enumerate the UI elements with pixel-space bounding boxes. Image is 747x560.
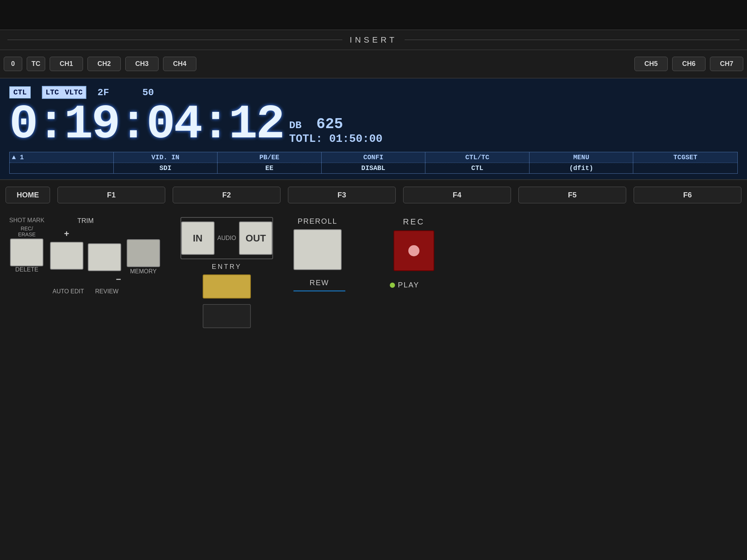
lcd-menu-top-0: ▲ 1 <box>10 152 113 163</box>
entry-label: ENTRY <box>212 263 242 271</box>
left-section: SHOT MARK REC/ ERASE DELETE TRIM + <box>9 217 160 350</box>
rew-underline <box>293 290 345 291</box>
lcd-tag-vltc: VLTC <box>62 87 86 98</box>
insert-bar: INSERT <box>0 30 747 50</box>
preroll-button[interactable] <box>293 229 342 270</box>
center-section: IN AUDIO OUT ENTRY <box>175 217 279 350</box>
memory-label: MEMORY <box>130 268 157 275</box>
lcd-menu-top-2: PB/EE <box>218 152 321 163</box>
rec-section-label: REC <box>403 217 425 227</box>
ch-btn-4[interactable]: CH4 <box>163 57 196 71</box>
lcd-tag-ctl: CTL <box>9 86 31 99</box>
ch-btn-5[interactable]: CH5 <box>634 57 668 71</box>
lcd-menu-cell-6: TCGSET <box>633 152 737 173</box>
f2-button[interactable]: F2 <box>173 187 280 203</box>
lcd-menu-bot-5: (dfit) <box>529 163 633 173</box>
lcd-menu-bot-2: EE <box>218 163 321 173</box>
lcd-2f: 2F <box>97 87 109 98</box>
memory-button[interactable] <box>127 239 160 267</box>
shot-mark-label: SHOT MARK <box>9 217 44 224</box>
ch-btn-0[interactable]: 0 <box>4 57 22 71</box>
lcd-display: CTL LTC VLTC 2F 50 0:19:04:12 DB 625 TOT… <box>0 78 747 180</box>
trim-plus-button[interactable] <box>50 242 83 270</box>
lcd-menu-cell-0: ▲ 1 <box>10 152 114 173</box>
lcd-menu-cell-4: CTL/TC CTL <box>425 152 529 173</box>
rew-label: REW <box>309 279 329 287</box>
function-row: HOME F1 F2 F3 F4 F5 F6 <box>0 180 747 210</box>
delete-label: DELETE <box>15 266 38 273</box>
right-section: PREROLL REC REW PLAY <box>293 217 738 350</box>
lcd-menu-top-1: VID. IN <box>114 152 218 163</box>
rec-erase-label2: ERASE <box>18 231 36 237</box>
review-label: REVIEW <box>95 288 119 295</box>
controls-area: SHOT MARK REC/ ERASE DELETE TRIM + <box>0 210 747 358</box>
entry-button[interactable] <box>203 274 251 299</box>
ch-btn-2[interactable]: CH2 <box>87 57 121 71</box>
out-button[interactable]: OUT <box>239 221 272 255</box>
preroll-label: PREROLL <box>298 217 337 226</box>
lcd-menu-top-5: MENU <box>529 152 633 163</box>
trim-label: TRIM <box>77 217 94 225</box>
entry-button-2[interactable] <box>203 304 251 328</box>
trim-minus-button[interactable] <box>88 243 121 271</box>
top-bar <box>0 0 747 30</box>
rec-indicator <box>408 245 419 256</box>
minus-label: − <box>116 274 121 284</box>
f6-button[interactable]: F6 <box>634 187 741 203</box>
lcd-tag-ltc-vltc: LTC VLTC <box>42 86 86 99</box>
insert-label: INSERT <box>350 35 397 45</box>
lcd-tag-ltc: LTC <box>43 87 62 98</box>
lcd-menu-cell-3: CONFI DISABL <box>322 152 426 173</box>
entry-box: IN AUDIO OUT <box>180 217 273 259</box>
lcd-totl: TOTL: 01:50:00 <box>289 133 382 145</box>
lcd-menu-bot-3: DISABL <box>322 163 425 173</box>
play-indicator <box>390 283 395 288</box>
in-button[interactable]: IN <box>181 221 215 255</box>
home-button[interactable]: HOME <box>6 187 50 203</box>
insert-line-left <box>7 40 342 40</box>
lcd-menu-top-3: CONFI <box>322 152 425 163</box>
lcd-menu-bot-1: SDI <box>114 163 218 173</box>
lcd-menu-bot-0 <box>10 163 113 173</box>
lcd-timecode: 0:19:04:12 <box>9 101 283 149</box>
rec-erase-label: REC/ <box>21 226 33 231</box>
channel-row: 0 TC CH1 CH2 CH3 CH4 CH5 CH6 CH7 <box>0 50 747 78</box>
rec-erase-button[interactable] <box>10 239 43 266</box>
lcd-menu-cell-2: PB/EE EE <box>218 152 322 173</box>
lcd-menu-top-4: CTL/TC <box>425 152 529 163</box>
auto-edit-label: AUTO EDIT <box>53 288 84 295</box>
f4-button[interactable]: F4 <box>403 187 511 203</box>
plus-label: + <box>64 229 69 239</box>
lcd-menu-cell-5: MENU (dfit) <box>529 152 634 173</box>
lcd-db-label: DB <box>289 120 302 131</box>
insert-line-right <box>405 40 740 40</box>
ch-btn-7[interactable]: CH7 <box>710 57 743 71</box>
ch-btn-6[interactable]: CH6 <box>672 57 706 71</box>
lcd-50: 50 <box>142 87 154 98</box>
lcd-menu-bot-6 <box>633 163 737 173</box>
lcd-625: 625 <box>316 116 343 133</box>
lcd-menu-cell-1: VID. IN SDI <box>114 152 218 173</box>
ch-btn-3[interactable]: CH3 <box>125 57 159 71</box>
lcd-menu-row: ▲ 1 VID. IN SDI PB/EE EE CONFI DISABL CT… <box>9 152 738 174</box>
ch-btn-1[interactable]: CH1 <box>50 57 83 71</box>
audio-label: AUDIO <box>218 235 236 241</box>
lcd-menu-bot-4: CTL <box>425 163 529 173</box>
rec-button[interactable] <box>394 230 434 271</box>
f3-button[interactable]: F3 <box>288 187 396 203</box>
ch-btn-tc[interactable]: TC <box>27 57 45 71</box>
play-label: PLAY <box>398 281 419 289</box>
f1-button[interactable]: F1 <box>57 187 165 203</box>
lcd-menu-top-6: TCGSET <box>633 152 737 163</box>
f5-button[interactable]: F5 <box>518 187 626 203</box>
